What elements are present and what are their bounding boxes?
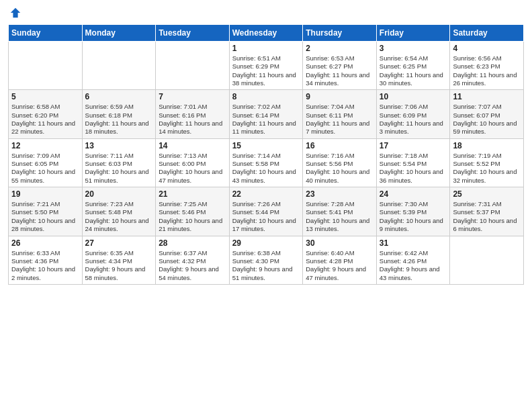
day-detail: Sunrise: 6:40 AM Sunset: 4:28 PM Dayligh… <box>306 249 373 282</box>
calendar-cell: 18Sunrise: 7:19 AM Sunset: 5:52 PM Dayli… <box>450 138 524 187</box>
day-detail: Sunrise: 7:21 AM Sunset: 5:50 PM Dayligh… <box>11 200 79 233</box>
calendar-cell: 19Sunrise: 7:21 AM Sunset: 5:50 PM Dayli… <box>9 187 83 236</box>
day-number: 15 <box>232 141 300 150</box>
day-number: 28 <box>159 238 226 248</box>
day-number: 8 <box>232 92 300 101</box>
day-number: 30 <box>306 238 373 248</box>
day-number: 18 <box>453 141 521 150</box>
day-detail: Sunrise: 6:56 AM Sunset: 6:23 PM Dayligh… <box>453 54 521 87</box>
day-number: 12 <box>11 141 79 150</box>
day-number: 17 <box>380 141 447 150</box>
calendar-cell: 30Sunrise: 6:40 AM Sunset: 4:28 PM Dayli… <box>303 236 377 284</box>
calendar-cell <box>156 42 230 90</box>
calendar-week-row: 12Sunrise: 7:09 AM Sunset: 6:05 PM Dayli… <box>9 138 524 187</box>
day-number: 11 <box>453 92 521 101</box>
day-detail: Sunrise: 7:26 AM Sunset: 5:44 PM Dayligh… <box>232 200 300 233</box>
calendar-week-row: 1Sunrise: 6:51 AM Sunset: 6:29 PM Daylig… <box>9 42 524 90</box>
calendar-cell: 24Sunrise: 7:30 AM Sunset: 5:39 PM Dayli… <box>376 187 450 236</box>
calendar-cell <box>9 42 83 90</box>
day-detail: Sunrise: 6:53 AM Sunset: 6:27 PM Dayligh… <box>306 54 373 87</box>
day-detail: Sunrise: 7:16 AM Sunset: 5:56 PM Dayligh… <box>306 152 373 185</box>
day-detail: Sunrise: 7:31 AM Sunset: 5:37 PM Dayligh… <box>453 200 521 233</box>
day-detail: Sunrise: 7:28 AM Sunset: 5:41 PM Dayligh… <box>306 200 373 233</box>
day-detail: Sunrise: 7:06 AM Sunset: 6:09 PM Dayligh… <box>380 103 447 136</box>
day-detail: Sunrise: 7:04 AM Sunset: 6:11 PM Dayligh… <box>306 103 373 136</box>
logo-icon <box>9 7 21 19</box>
calendar-cell: 31Sunrise: 6:42 AM Sunset: 4:26 PM Dayli… <box>376 236 450 284</box>
day-detail: Sunrise: 6:59 AM Sunset: 6:18 PM Dayligh… <box>85 103 153 136</box>
day-of-week-header: Friday <box>376 25 450 42</box>
calendar-cell: 9Sunrise: 7:04 AM Sunset: 6:11 PM Daylig… <box>303 90 377 138</box>
page-container: SundayMondayTuesdayWednesdayThursdayFrid… <box>0 0 532 291</box>
calendar-cell: 23Sunrise: 7:28 AM Sunset: 5:41 PM Dayli… <box>303 187 377 236</box>
day-number: 24 <box>380 189 447 199</box>
day-detail: Sunrise: 7:07 AM Sunset: 6:07 PM Dayligh… <box>453 103 521 136</box>
day-of-week-header: Thursday <box>303 25 377 42</box>
day-number: 9 <box>306 92 373 101</box>
day-number: 16 <box>306 141 373 150</box>
day-of-week-header: Sunday <box>9 25 83 42</box>
day-number: 14 <box>159 141 226 150</box>
header <box>8 7 524 19</box>
calendar-cell: 17Sunrise: 7:18 AM Sunset: 5:54 PM Dayli… <box>376 138 450 187</box>
calendar-cell <box>450 236 524 284</box>
day-detail: Sunrise: 7:23 AM Sunset: 5:48 PM Dayligh… <box>85 200 153 233</box>
calendar-table: SundayMondayTuesdayWednesdayThursdayFrid… <box>8 24 524 285</box>
day-number: 6 <box>85 92 153 101</box>
day-detail: Sunrise: 7:09 AM Sunset: 6:05 PM Dayligh… <box>11 152 79 185</box>
calendar-cell: 4Sunrise: 6:56 AM Sunset: 6:23 PM Daylig… <box>450 42 524 90</box>
day-detail: Sunrise: 6:33 AM Sunset: 4:36 PM Dayligh… <box>11 249 79 282</box>
day-number: 13 <box>85 141 153 150</box>
calendar-cell: 5Sunrise: 6:58 AM Sunset: 6:20 PM Daylig… <box>9 90 83 138</box>
calendar-cell: 26Sunrise: 6:33 AM Sunset: 4:36 PM Dayli… <box>9 236 83 284</box>
day-detail: Sunrise: 7:02 AM Sunset: 6:14 PM Dayligh… <box>232 103 300 136</box>
calendar-cell: 2Sunrise: 6:53 AM Sunset: 6:27 PM Daylig… <box>303 42 377 90</box>
calendar-cell: 6Sunrise: 6:59 AM Sunset: 6:18 PM Daylig… <box>82 90 156 138</box>
logo <box>8 7 21 19</box>
calendar-cell: 11Sunrise: 7:07 AM Sunset: 6:07 PM Dayli… <box>450 90 524 138</box>
day-number: 4 <box>453 44 521 53</box>
day-number: 3 <box>380 44 447 53</box>
day-detail: Sunrise: 7:19 AM Sunset: 5:52 PM Dayligh… <box>453 152 521 185</box>
day-number: 2 <box>306 44 373 53</box>
calendar-cell: 15Sunrise: 7:14 AM Sunset: 5:58 PM Dayli… <box>229 138 303 187</box>
day-detail: Sunrise: 6:42 AM Sunset: 4:26 PM Dayligh… <box>380 249 447 282</box>
day-number: 22 <box>232 189 300 199</box>
calendar-cell: 25Sunrise: 7:31 AM Sunset: 5:37 PM Dayli… <box>450 187 524 236</box>
day-detail: Sunrise: 7:13 AM Sunset: 6:00 PM Dayligh… <box>159 152 226 185</box>
day-number: 21 <box>159 189 226 199</box>
day-detail: Sunrise: 7:18 AM Sunset: 5:54 PM Dayligh… <box>380 152 447 185</box>
day-number: 31 <box>380 238 447 248</box>
day-number: 1 <box>232 44 300 53</box>
calendar-cell: 12Sunrise: 7:09 AM Sunset: 6:05 PM Dayli… <box>9 138 83 187</box>
day-detail: Sunrise: 7:01 AM Sunset: 6:16 PM Dayligh… <box>159 103 226 136</box>
day-detail: Sunrise: 6:37 AM Sunset: 4:32 PM Dayligh… <box>159 249 226 282</box>
day-detail: Sunrise: 7:25 AM Sunset: 5:46 PM Dayligh… <box>159 200 226 233</box>
day-detail: Sunrise: 6:35 AM Sunset: 4:34 PM Dayligh… <box>85 249 153 282</box>
day-number: 27 <box>85 238 153 248</box>
calendar-cell: 20Sunrise: 7:23 AM Sunset: 5:48 PM Dayli… <box>82 187 156 236</box>
day-detail: Sunrise: 6:58 AM Sunset: 6:20 PM Dayligh… <box>11 103 79 136</box>
day-of-week-header: Saturday <box>450 25 524 42</box>
calendar-cell: 1Sunrise: 6:51 AM Sunset: 6:29 PM Daylig… <box>229 42 303 90</box>
calendar-cell: 16Sunrise: 7:16 AM Sunset: 5:56 PM Dayli… <box>303 138 377 187</box>
day-of-week-header: Wednesday <box>229 25 303 42</box>
calendar-cell: 8Sunrise: 7:02 AM Sunset: 6:14 PM Daylig… <box>229 90 303 138</box>
day-number: 29 <box>232 238 300 248</box>
calendar-week-row: 5Sunrise: 6:58 AM Sunset: 6:20 PM Daylig… <box>9 90 524 138</box>
calendar-week-row: 26Sunrise: 6:33 AM Sunset: 4:36 PM Dayli… <box>9 236 524 284</box>
calendar-cell: 13Sunrise: 7:11 AM Sunset: 6:03 PM Dayli… <box>82 138 156 187</box>
day-number: 26 <box>11 238 79 248</box>
calendar-cell: 14Sunrise: 7:13 AM Sunset: 6:00 PM Dayli… <box>156 138 230 187</box>
day-of-week-header: Monday <box>82 25 156 42</box>
day-detail: Sunrise: 6:54 AM Sunset: 6:25 PM Dayligh… <box>380 54 447 87</box>
calendar-cell: 7Sunrise: 7:01 AM Sunset: 6:16 PM Daylig… <box>156 90 230 138</box>
day-number: 20 <box>85 189 153 199</box>
day-number: 5 <box>11 92 79 101</box>
calendar-week-row: 19Sunrise: 7:21 AM Sunset: 5:50 PM Dayli… <box>9 187 524 236</box>
calendar-cell: 22Sunrise: 7:26 AM Sunset: 5:44 PM Dayli… <box>229 187 303 236</box>
calendar-cell <box>82 42 156 90</box>
day-detail: Sunrise: 6:51 AM Sunset: 6:29 PM Dayligh… <box>232 54 300 87</box>
calendar-cell: 29Sunrise: 6:38 AM Sunset: 4:30 PM Dayli… <box>229 236 303 284</box>
calendar-cell: 28Sunrise: 6:37 AM Sunset: 4:32 PM Dayli… <box>156 236 230 284</box>
